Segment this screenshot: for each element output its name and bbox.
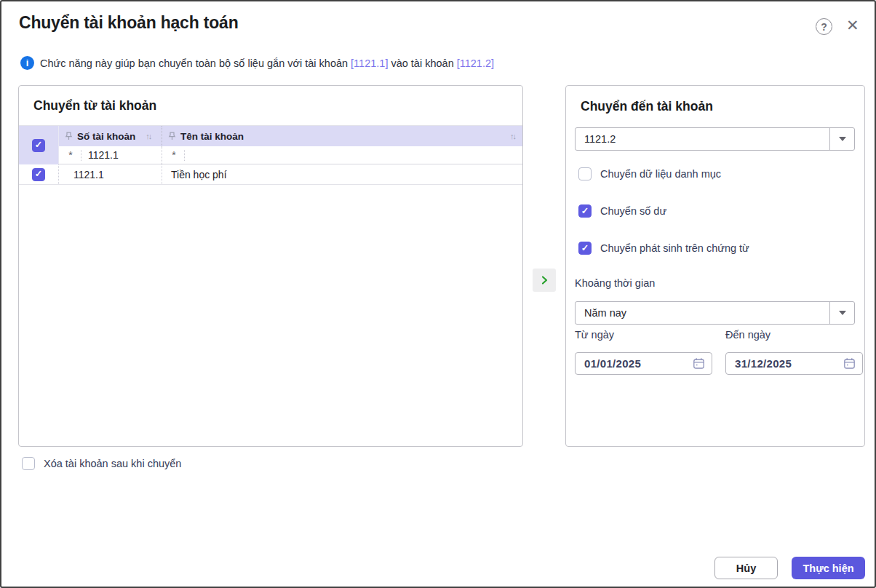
chevron-right-icon — [538, 274, 550, 286]
source-panel-title: Chuyển từ tài khoản — [19, 86, 522, 125]
sort-icon[interactable]: ↑↓ — [510, 132, 515, 140]
cell-account-name: Tiền học phí — [162, 164, 522, 184]
chevron-down-icon — [839, 137, 846, 141]
option-label: Xóa tài khoản sau khi chuyển — [44, 458, 181, 469]
table-row[interactable]: 1121.1 Tiền học phí — [19, 164, 522, 185]
transfer-balance-checkbox[interactable] — [578, 204, 592, 218]
info-text-middle: vào tài khoản — [391, 57, 453, 69]
transfer-transactions-checkbox[interactable] — [578, 242, 592, 255]
option-label: Chuyển số dư — [600, 205, 666, 217]
row-checkbox-cell — [19, 164, 59, 184]
from-date-value: 01/01/2025 — [584, 353, 641, 374]
target-account-select[interactable]: 1121.2 — [575, 127, 855, 151]
option-transfer-transactions[interactable]: Chuyển phát sinh trên chứng từ — [578, 242, 749, 255]
info-banner: i Chức năng này giúp bạn chuyển toàn bộ … — [20, 56, 497, 70]
column-header-account-number[interactable]: Số tài khoản ↑↓ — [59, 126, 162, 146]
target-account-value: 1121.2 — [584, 128, 616, 150]
transfer-categories-checkbox[interactable] — [578, 167, 592, 180]
cancel-button[interactable]: Hủy — [714, 557, 778, 579]
target-panel-title: Chuyển đến tài khoản — [581, 99, 713, 114]
move-right-button[interactable] — [533, 269, 556, 292]
option-transfer-balance[interactable]: Chuyển số dư — [578, 204, 666, 218]
dropdown-button[interactable] — [829, 302, 854, 324]
filter-cell-account-number[interactable]: * 1121.1 — [59, 146, 162, 164]
select-all-checkbox[interactable] — [32, 139, 45, 152]
delete-after-transfer-option[interactable]: Xóa tài khoản sau khi chuyển — [22, 457, 181, 470]
from-date-label: Từ ngày — [575, 329, 614, 341]
target-account-panel: Chuyển đến tài khoản 1121.2 Chuyển dữ li… — [565, 85, 865, 447]
filter-operator[interactable]: * — [65, 149, 76, 161]
option-label: Chuyển dữ liệu danh mục — [600, 168, 721, 180]
dropdown-button[interactable] — [829, 128, 854, 150]
calendar-icon[interactable] — [843, 357, 856, 373]
filter-operator[interactable]: * — [168, 149, 180, 161]
pin-icon[interactable] — [65, 132, 73, 140]
from-date-input[interactable]: 01/01/2025 — [575, 352, 712, 375]
submit-button[interactable]: Thực hiện — [792, 557, 865, 579]
option-transfer-categories[interactable]: Chuyển dữ liệu danh mục — [578, 167, 721, 180]
page-title: Chuyển tài khoản hạch toán — [19, 13, 239, 33]
info-text-before: Chức năng này giúp bạn chuyển toàn bộ số… — [40, 57, 348, 69]
to-date-label: Đến ngày — [725, 329, 771, 341]
to-date-value: 31/12/2025 — [735, 353, 792, 374]
to-account-link[interactable]: [1121.2] — [457, 57, 494, 69]
chevron-down-icon — [839, 311, 846, 315]
to-date-input[interactable]: 31/12/2025 — [725, 352, 863, 375]
sort-icon[interactable]: ↑↓ — [146, 132, 151, 140]
cell-account-number: 1121.1 — [59, 164, 162, 184]
filter-divider — [184, 150, 185, 161]
row-checkbox[interactable] — [32, 168, 45, 181]
info-text: Chức năng này giúp bạn chuyển toàn bộ số… — [40, 57, 497, 69]
select-all-cell — [19, 126, 59, 164]
period-select[interactable]: Năm nay — [575, 301, 855, 325]
filter-value-account-number[interactable]: 1121.1 — [81, 149, 119, 161]
column-label: Số tài khoản — [77, 131, 135, 142]
period-value: Năm nay — [584, 302, 626, 324]
calendar-icon[interactable] — [693, 357, 705, 373]
column-header-account-name[interactable]: Tên tài khoản ↑↓ — [162, 126, 522, 146]
help-icon[interactable]: ? — [816, 18, 832, 35]
filter-cell-account-name[interactable]: * — [162, 146, 522, 164]
from-account-link[interactable]: [1121.1] — [351, 57, 388, 69]
column-label: Tên tài khoản — [180, 131, 244, 142]
accounts-table-header: Số tài khoản ↑↓ Tên tài khoản ↑↓ — [19, 125, 522, 164]
pin-icon[interactable] — [168, 132, 176, 140]
period-label: Khoảng thời gian — [575, 277, 655, 289]
option-label: Chuyển phát sinh trên chứng từ — [600, 242, 749, 254]
close-icon[interactable]: ✕ — [846, 17, 859, 34]
source-accounts-panel: Chuyển từ tài khoản Số tài khoản ↑↓ — [18, 85, 523, 447]
delete-after-transfer-checkbox[interactable] — [22, 457, 35, 470]
info-icon: i — [20, 56, 34, 70]
transfer-account-dialog: Chuyển tài khoản hạch toán ? ✕ i Chức nă… — [0, 0, 876, 588]
